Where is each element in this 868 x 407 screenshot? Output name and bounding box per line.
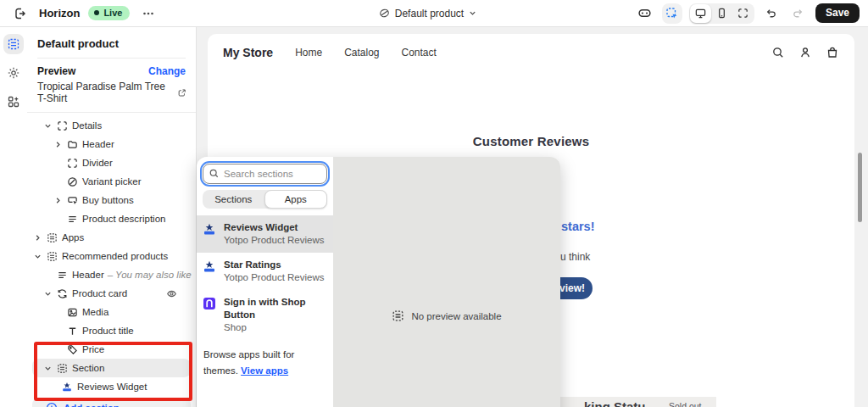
tree-item-price[interactable]: Price xyxy=(27,340,196,359)
app-item-text: Sign in with Shop Button Shop xyxy=(224,296,326,334)
visibility-eye-icon[interactable] xyxy=(166,288,177,299)
section-icon xyxy=(56,362,68,374)
tree-item-product-description[interactable]: Product description xyxy=(27,209,196,228)
chevron-down-icon[interactable] xyxy=(42,288,53,298)
section-icon xyxy=(392,309,404,322)
tree-item-section[interactable]: Section xyxy=(32,359,191,377)
more-actions-button[interactable] xyxy=(138,3,159,24)
tree-item-recommended-products[interactable]: Recommended products xyxy=(27,247,196,265)
app-item-reviews-widget[interactable]: Reviews Widget Yotpo Product Reviews xyxy=(197,215,333,253)
desktop-icon xyxy=(694,7,707,20)
template-selector[interactable]: Default product xyxy=(220,8,635,20)
text-lines-icon xyxy=(66,213,78,225)
tree-item-media[interactable]: Media xyxy=(27,303,196,321)
app-item-star-ratings[interactable]: Star Ratings Yotpo Product Reviews xyxy=(197,253,333,290)
text-lines-icon xyxy=(56,269,68,281)
live-badge-label: Live xyxy=(103,8,122,18)
template-icon xyxy=(379,8,390,19)
tab-apps[interactable]: Apps xyxy=(264,190,328,209)
tree-item-label: Reviews Widget xyxy=(77,382,147,392)
tree-item-divider[interactable]: Divider xyxy=(27,153,196,172)
chevron-right-icon[interactable] xyxy=(53,139,63,149)
store-nav-home[interactable]: Home xyxy=(295,47,322,59)
save-button[interactable]: Save xyxy=(815,3,860,23)
store-nav-contact[interactable]: Contact xyxy=(402,47,437,59)
tree-item-label: Product title xyxy=(82,326,134,336)
chevron-spacer xyxy=(53,326,63,336)
topbar-right: Save xyxy=(635,3,868,24)
preview-scrollbar-thumb[interactable] xyxy=(858,153,862,222)
rail-settings-button[interactable] xyxy=(3,63,24,83)
plus-circle-icon xyxy=(46,402,58,407)
app-embeds-icon xyxy=(7,95,20,109)
template-selector-label: Default product xyxy=(395,8,464,20)
preview-page-title: Tropical Paradise Palm Tree T-Shirt xyxy=(37,81,175,104)
variant-picker-icon xyxy=(66,176,78,187)
tree-item-label: Price xyxy=(82,344,104,354)
select-cursor-icon xyxy=(665,7,679,20)
select-tool-button[interactable] xyxy=(662,3,682,24)
tree-item-reviews-widget[interactable]: Reviews Widget xyxy=(27,377,196,396)
mobile-icon xyxy=(715,7,728,20)
search-icon[interactable] xyxy=(771,46,785,59)
fullscreen-icon xyxy=(737,7,749,20)
theme-editor-window: Horizon Live Default product xyxy=(0,0,868,407)
add-section-popover: Sections Apps Reviews Widget Yotpo Produ… xyxy=(197,157,560,407)
sidebar-panel: Default product Preview Change Tropical … xyxy=(27,27,197,407)
search-sections-input[interactable] xyxy=(203,164,327,184)
preview-page[interactable]: Tropical Paradise Palm Tree T-Shirt xyxy=(27,78,196,112)
chevron-down-icon[interactable] xyxy=(42,120,53,131)
undo-button[interactable] xyxy=(761,3,782,24)
desktop-preview-button[interactable] xyxy=(690,4,711,23)
cart-bag-icon[interactable] xyxy=(826,46,839,59)
tree-item-label: Divider xyxy=(82,158,113,168)
left-rail xyxy=(0,27,27,407)
view-apps-link[interactable]: View apps xyxy=(241,365,288,376)
add-section-button[interactable]: Add section xyxy=(32,398,191,407)
store-nav: Home Catalog Contact xyxy=(295,47,771,59)
panel-title: Default product xyxy=(27,27,196,58)
tree-item-header[interactable]: Header xyxy=(27,135,196,153)
chevron-down-icon[interactable] xyxy=(42,363,53,373)
store-nav-catalog[interactable]: Catalog xyxy=(344,47,379,59)
tree-item-details[interactable]: Details xyxy=(27,116,196,135)
store-name[interactable]: My Store xyxy=(223,46,273,59)
rail-app-embeds-button[interactable] xyxy=(3,92,24,112)
section-tree: Details Header xyxy=(27,113,196,407)
store-partial-bottom-section: king Statu Sold out xyxy=(560,397,716,407)
change-preview-link[interactable]: Change xyxy=(148,65,186,77)
chevron-spacer xyxy=(53,214,63,224)
mobile-preview-button[interactable] xyxy=(711,4,732,23)
tree-item-product-title[interactable]: Product title xyxy=(27,321,196,340)
fullscreen-preview-button[interactable] xyxy=(732,4,754,23)
tree-item-product-card[interactable]: Product card xyxy=(27,284,196,303)
tree-item-label: Buy buttons xyxy=(82,195,134,205)
preview-label: Preview xyxy=(37,65,75,77)
app-item-text: Star Ratings Yotpo Product Reviews xyxy=(224,259,324,284)
tree-item-apps[interactable]: Apps xyxy=(27,228,196,247)
tab-sections[interactable]: Sections xyxy=(203,190,264,209)
chevron-spacer xyxy=(53,176,63,187)
store-section-heading: Customer Reviews xyxy=(208,134,854,148)
add-section-label: Add section xyxy=(64,403,120,407)
rail-sections-button[interactable] xyxy=(3,34,24,54)
chevron-down-icon[interactable] xyxy=(32,251,42,261)
tree-item-recommended-header[interactable]: Header – You may also like xyxy=(27,265,196,284)
sections-icon xyxy=(7,37,20,51)
tree-item-label: Apps xyxy=(62,232,84,243)
app-item-shop-sign-in[interactable]: Sign in with Shop Button Shop xyxy=(197,290,333,340)
inspector-button[interactable] xyxy=(635,3,655,24)
image-icon xyxy=(66,306,78,318)
yotpo-app-icon xyxy=(203,259,216,273)
browse-apps-text: Browse apps built for themes. View apps xyxy=(197,340,333,379)
exit-editor-button[interactable] xyxy=(10,3,31,24)
account-icon[interactable] xyxy=(798,46,812,59)
redo-button[interactable] xyxy=(788,3,809,24)
tree-item-label: Media xyxy=(82,307,108,317)
chevron-right-icon[interactable] xyxy=(53,195,63,205)
tree-item-variant-picker[interactable]: Variant picker xyxy=(27,172,196,191)
tree-item-label: Product description xyxy=(82,214,165,224)
chevron-right-icon[interactable] xyxy=(32,232,42,243)
popover-list-pane: Sections Apps Reviews Widget Yotpo Produ… xyxy=(197,157,333,407)
tree-item-buy-buttons[interactable]: Buy buttons xyxy=(27,191,196,209)
